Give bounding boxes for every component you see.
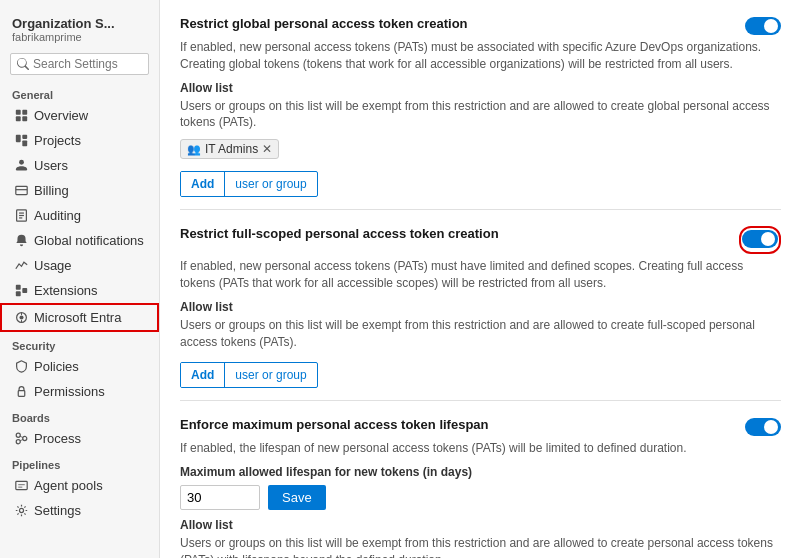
sidebar-item-label: Auditing [34, 208, 81, 223]
add-label: Add [181, 363, 224, 387]
sidebar-item-agent-pools[interactable]: Agent pools [0, 473, 159, 498]
svg-point-24 [16, 440, 20, 444]
sidebar-item-process[interactable]: Process [0, 426, 159, 451]
allow-list-desc-lifespan: Users or groups on this list will be exe… [180, 535, 781, 558]
sidebar-item-label: Usage [34, 258, 72, 273]
sidebar-item-auditing[interactable]: Auditing [0, 203, 159, 228]
org-header: Organization S... fabrikamprime [0, 8, 159, 47]
section-restrict-full-scoped-pat: Restrict full-scoped personal access tok… [180, 210, 781, 401]
sidebar-item-policies[interactable]: Policies [0, 354, 159, 379]
svg-rect-8 [15, 186, 26, 194]
projects-icon [14, 134, 28, 148]
svg-point-7 [19, 160, 24, 165]
sidebar-item-extensions[interactable]: Extensions [0, 278, 159, 303]
tag-label: IT Admins [205, 142, 258, 156]
section-label-general: General [0, 81, 159, 103]
svg-point-23 [22, 436, 26, 440]
svg-rect-6 [22, 141, 27, 147]
search-input[interactable] [33, 57, 142, 71]
notifications-icon [14, 234, 28, 248]
sidebar-item-label: Process [34, 431, 81, 446]
sidebar-item-label: Agent pools [34, 478, 103, 493]
permissions-icon [14, 385, 28, 399]
desc-lifespan: If enabled, the lifespan of new personal… [180, 440, 781, 457]
svg-rect-1 [22, 110, 27, 115]
usage-icon [14, 259, 28, 273]
sidebar-item-billing[interactable]: Billing [0, 178, 159, 203]
lifespan-input-row: Save [180, 485, 781, 510]
sidebar: Organization S... fabrikamprime General … [0, 0, 160, 558]
svg-point-18 [19, 315, 23, 319]
section-title-full-scoped-pat: Restrict full-scoped personal access tok… [180, 226, 729, 241]
users-icon [14, 159, 28, 173]
section-label-security: Security [0, 332, 159, 354]
extensions-icon [14, 284, 28, 298]
section-title-lifespan: Enforce maximum personal access token li… [180, 417, 735, 432]
tag-close-icon[interactable]: ✕ [262, 142, 272, 156]
add-text: user or group [225, 363, 316, 387]
toggle-highlight-wrapper [739, 226, 781, 254]
sidebar-item-overview[interactable]: Overview [0, 103, 159, 128]
search-icon [17, 58, 29, 70]
search-box[interactable] [10, 53, 149, 75]
save-button[interactable]: Save [268, 485, 326, 510]
add-text: user or group [225, 172, 316, 196]
sidebar-item-label: Billing [34, 183, 69, 198]
grid-icon [14, 109, 28, 123]
section-title-global-pat: Restrict global personal access token cr… [180, 16, 735, 31]
svg-line-26 [19, 439, 22, 441]
allow-list-desc-global: Users or groups on this list will be exe… [180, 98, 781, 132]
lifespan-field-label: Maximum allowed lifespan for new tokens … [180, 465, 781, 479]
policies-icon [14, 360, 28, 374]
sidebar-item-label: Microsoft Entra [34, 310, 121, 325]
sidebar-item-label: Policies [34, 359, 79, 374]
sidebar-item-permissions[interactable]: Permissions [0, 379, 159, 404]
section-restrict-global-pat: Restrict global personal access token cr… [180, 0, 781, 210]
entra-icon [14, 311, 28, 325]
svg-point-30 [19, 508, 23, 512]
allow-list-desc-full-scoped: Users or groups on this list will be exe… [180, 317, 781, 351]
allow-list-label-global: Allow list [180, 81, 781, 95]
svg-rect-3 [22, 116, 27, 121]
sidebar-item-label: Settings [34, 503, 81, 518]
add-user-group-button-global[interactable]: Add user or group [180, 171, 318, 197]
sidebar-item-settings-pipelines[interactable]: Settings [0, 498, 159, 523]
sidebar-item-usage[interactable]: Usage [0, 253, 159, 278]
tag-it-admins: 👥 IT Admins ✕ [180, 139, 279, 159]
svg-line-25 [19, 436, 22, 438]
svg-rect-14 [15, 285, 20, 290]
sidebar-item-microsoft-entra[interactable]: Microsoft Entra [0, 303, 159, 332]
svg-point-22 [16, 433, 20, 437]
svg-rect-5 [22, 135, 27, 139]
sidebar-item-users[interactable]: Users [0, 153, 159, 178]
sidebar-item-label: Extensions [34, 283, 98, 298]
sidebar-item-label: Overview [34, 108, 88, 123]
agent-pools-icon [14, 479, 28, 493]
tag-container-global: 👥 IT Admins ✕ [180, 139, 781, 159]
sidebar-item-label: Projects [34, 133, 81, 148]
add-user-group-button-full-scoped[interactable]: Add user or group [180, 362, 318, 388]
svg-rect-2 [15, 116, 20, 121]
org-name: Organization S... [12, 16, 147, 31]
auditing-icon [14, 209, 28, 223]
lifespan-input[interactable] [180, 485, 260, 510]
allow-list-label-lifespan: Allow list [180, 518, 781, 532]
toggle-full-scoped-pat[interactable] [742, 230, 778, 248]
settings-icon [14, 504, 28, 518]
sidebar-item-global-notifications[interactable]: Global notifications [0, 228, 159, 253]
allow-list-label-full-scoped: Allow list [180, 300, 781, 314]
add-label: Add [181, 172, 224, 196]
billing-icon [14, 184, 28, 198]
svg-rect-4 [15, 135, 20, 142]
section-label-pipelines: Pipelines [0, 451, 159, 473]
tag-group-icon: 👥 [187, 143, 201, 156]
main-content: Restrict global personal access token cr… [160, 0, 801, 558]
section-enforce-lifespan: Enforce maximum personal access token li… [180, 401, 781, 558]
sidebar-item-projects[interactable]: Projects [0, 128, 159, 153]
svg-rect-0 [15, 110, 20, 115]
toggle-global-pat[interactable] [745, 17, 781, 35]
toggle-lifespan[interactable] [745, 418, 781, 436]
svg-rect-15 [22, 288, 27, 293]
svg-rect-21 [18, 391, 25, 397]
svg-rect-27 [15, 481, 26, 489]
